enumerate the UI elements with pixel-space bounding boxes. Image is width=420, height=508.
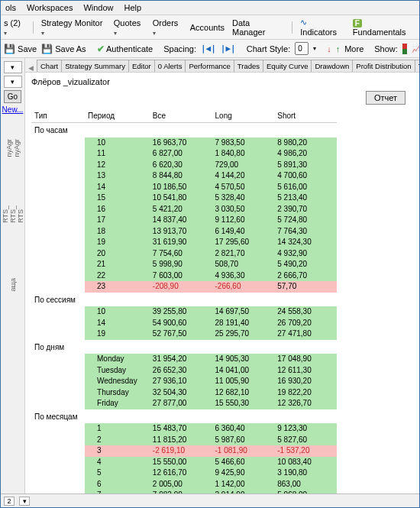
chartstyle-dropdown[interactable]: ▾ — [313, 45, 316, 52]
chartstyle-input[interactable] — [295, 42, 309, 55]
accounts-button[interactable]: Accounts — [190, 23, 225, 32]
fundamentals-button[interactable]: F Fundamentals — [353, 18, 416, 37]
tab-drawdown[interactable]: Drawdown — [311, 60, 353, 72]
tab-strategy-summary[interactable]: Strategy Summary — [61, 60, 129, 72]
show-label: Show: — [374, 44, 398, 53]
status-box-1[interactable]: 2 — [4, 497, 15, 506]
table-row: 1931 619,9017 295,6014 324,30 — [31, 237, 337, 248]
report-button[interactable]: Отчет — [366, 91, 405, 105]
main-panel: ◀ ChartStrategy SummaryEditor0 AlertsPer… — [25, 58, 419, 508]
status-box-2[interactable]: ▾ — [19, 497, 30, 506]
strategy-monitor-button[interactable]: Strategy Monitor — [41, 18, 106, 37]
section-header: По часам — [31, 123, 337, 138]
table-row: 1510 541,805 328,405 213,40 — [31, 193, 337, 204]
up-button[interactable]: ↑ — [336, 44, 341, 53]
spacing-wide-button[interactable]: |▶| — [221, 44, 236, 53]
table-row: 3-2 619,10-1 081,90-1 537,20 — [31, 445, 337, 457]
col-all: Все — [150, 109, 212, 123]
report-table: Тип Период Все Long Short По часам1016 9… — [31, 109, 337, 508]
tab-performance[interactable]: Performance — [185, 60, 234, 72]
sidebar-label-3: аща — [9, 278, 17, 291]
save-icon: 💾 — [4, 44, 15, 54]
table-row: 1410 186,504 570,505 616,00 — [31, 182, 337, 193]
menu-workspaces[interactable]: Workspaces — [27, 3, 73, 12]
sidebar-label-1: nyAgrnyAgr — [5, 139, 21, 157]
menu-window[interactable]: Window — [83, 3, 113, 12]
table-row: 512 616,709 425,903 190,80 — [31, 468, 337, 479]
tab-trades[interactable]: Trades — [234, 60, 263, 72]
show-candle-icon[interactable]: ▮ — [402, 44, 407, 54]
menu-bar: ols Workspaces Window Help — [1, 1, 419, 15]
menu-tools[interactable]: ols — [5, 3, 16, 12]
table-row: 1952 767,5025 295,7027 471,80 — [31, 328, 337, 340]
table-row: 227 603,004 936,302 666,70 — [31, 270, 337, 282]
saveas-icon: 💾 — [41, 44, 53, 54]
table-row: 126 620,30729,005 891,30 — [31, 160, 337, 171]
section-header: По месяцам — [31, 409, 337, 424]
table-row: Monday31 954,2014 905,3017 048,90 — [31, 354, 337, 365]
left-sidebar: ▾ ▾ Go New... nyAgrnyAgr RTS_RTS_RTS аща — [1, 58, 25, 508]
table-row: 165 421,203 030,502 390,70 — [31, 204, 337, 215]
indicators-button[interactable]: ∿ Indicators — [300, 18, 345, 37]
tab-0-alerts[interactable]: 0 Alerts — [154, 60, 186, 72]
section-header: По дням — [31, 340, 337, 354]
status-bar: 2 ▾ — [1, 493, 419, 507]
authenticate-button[interactable]: ✔ Authenticate — [97, 44, 153, 54]
strategies-dropdown[interactable]: s (2) — [4, 18, 25, 37]
table-row: Wednesday27 936,1011 005,9016 930,20 — [31, 376, 337, 387]
table-row: 211 815,205 987,605 827,60 — [31, 435, 337, 446]
table-row: 138 844,804 144,204 700,60 — [31, 170, 337, 182]
table-row: Tuesday26 652,3014 041,0012 611,30 — [31, 365, 337, 377]
check-icon: ✔ — [97, 44, 105, 54]
tab-equity-curve[interactable]: Equity Curve — [263, 60, 312, 72]
table-row: 207 754,602 821,704 932,90 — [31, 248, 337, 260]
quotes-button[interactable]: Quotes — [114, 18, 145, 37]
indicators-icon: ∿ — [300, 18, 307, 28]
down-button[interactable]: ↓ — [327, 44, 331, 53]
tab-profit-distribution[interactable]: Profit Distribution — [352, 60, 415, 72]
report-title: Флёров _vizualizator — [31, 77, 413, 86]
col-long: Long — [212, 109, 275, 123]
spacing-label: Spacing: — [163, 44, 196, 53]
table-row: 1039 255,8014 697,5024 558,30 — [31, 306, 337, 318]
sidebar-dropdown-2[interactable]: ▾ — [4, 76, 22, 88]
orders-button[interactable]: Orders — [153, 18, 183, 37]
chartstyle-label: Chart Style: — [247, 44, 290, 53]
col-short: Short — [274, 109, 337, 123]
table-row: 1016 963,707 983,508 980,20 — [31, 138, 337, 149]
col-type: Тип — [31, 109, 85, 123]
new-link[interactable]: New... — [2, 105, 24, 114]
table-row: 415 550,005 466,6010 083,40 — [31, 457, 337, 468]
table-row: 62 005,001 142,00863,00 — [31, 479, 337, 490]
table-row: 23-208,90-266,6057,70 — [31, 281, 337, 293]
table-row: 1454 900,6028 191,4026 709,20 — [31, 318, 337, 329]
sidebar-dropdown-1[interactable]: ▾ — [4, 61, 22, 73]
saveas-button[interactable]: 💾 Save As — [41, 44, 86, 54]
fundamentals-icon: F — [353, 19, 362, 28]
col-period: Период — [85, 109, 150, 123]
tab-editor[interactable]: Editor — [128, 60, 155, 72]
section-header: По сессиям — [31, 293, 337, 307]
report-area: Флёров _vizualizator Отчет Тип Период Вс… — [25, 73, 419, 508]
tab-chart[interactable]: Chart — [37, 60, 62, 72]
table-row: 1813 913,706 149,407 764,30 — [31, 226, 337, 238]
table-row: Friday27 877,0015 550,3012 326,70 — [31, 398, 337, 409]
table-row: Thursday32 504,3012 682,1019 822,20 — [31, 387, 337, 399]
chart-toolbar: 💾 Save 💾 Save As ✔ Authenticate Spacing:… — [1, 40, 419, 58]
table-row: 215 998,90508,705 490,20 — [31, 259, 337, 270]
data-manager-button[interactable]: Data Manager — [232, 18, 284, 37]
menu-help[interactable]: Help — [124, 3, 142, 12]
main-toolbar: s (2) Strategy Monitor Quotes Orders Acc… — [1, 15, 419, 40]
tab-trade-graphs[interactable]: Trade Graphs — [415, 60, 419, 72]
go-button[interactable]: Go — [4, 90, 21, 103]
spacing-narrow-button[interactable]: |◀| — [201, 44, 216, 53]
table-row: 116 827,001 840,804 986,20 — [31, 148, 337, 160]
show-chart-icon[interactable]: 📈 — [412, 44, 419, 54]
table-row: 1714 837,409 112,605 724,80 — [31, 215, 337, 226]
tab-strip: ◀ ChartStrategy SummaryEditor0 AlertsPer… — [25, 58, 419, 73]
sidebar-label-2: RTS_RTS_RTS — [2, 205, 24, 223]
table-row: 115 483,706 360,409 123,30 — [31, 423, 337, 435]
tab-scroll-left[interactable]: ◀ — [27, 64, 35, 72]
save-button[interactable]: 💾 Save — [4, 44, 37, 54]
more-dropdown[interactable]: More — [344, 44, 363, 53]
